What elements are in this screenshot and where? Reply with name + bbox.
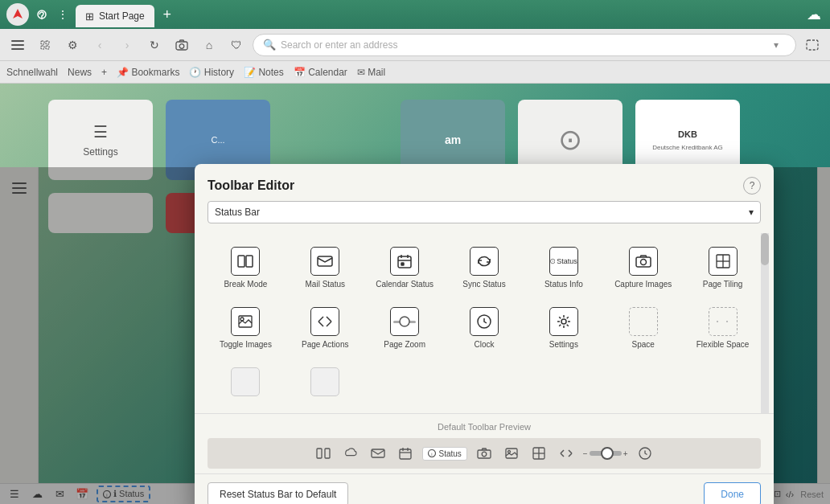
add-tab-button[interactable]: + bbox=[158, 5, 177, 24]
sync-status-icon bbox=[470, 247, 499, 276]
bookmark-mail[interactable]: ✉ Mail bbox=[357, 67, 385, 78]
flexible-space-label: Flexible Space bbox=[696, 339, 750, 350]
svg-rect-22 bbox=[401, 263, 404, 265]
tool-page-actions[interactable]: Page Actions bbox=[287, 300, 364, 357]
svg-rect-45 bbox=[478, 450, 491, 458]
modal-help-button[interactable]: ? bbox=[743, 177, 761, 195]
tool-status-info[interactable]: i Status Status Info bbox=[525, 240, 602, 297]
tool-extra1[interactable] bbox=[208, 360, 284, 407]
extra1-icon bbox=[231, 367, 260, 396]
calendar-status-label: Calendar Status bbox=[376, 279, 433, 289]
address-dropdown[interactable]: ▾ bbox=[766, 35, 786, 55]
dropdown-arrow: ▾ bbox=[749, 207, 754, 218]
toolbar-items-grid: Break Mode Mail Status bbox=[199, 233, 769, 413]
preview-mail bbox=[368, 443, 388, 464]
forward-button[interactable]: › bbox=[116, 34, 138, 56]
panel-toggle-button[interactable] bbox=[801, 34, 824, 56]
address-bar[interactable]: 🔍 Search or enter an address ▾ bbox=[253, 34, 796, 56]
tool-page-tiling[interactable]: Page Tiling bbox=[684, 240, 761, 297]
svg-rect-37 bbox=[325, 449, 330, 458]
flexible-space-icon bbox=[709, 307, 738, 336]
svg-rect-4 bbox=[11, 48, 24, 50]
svg-rect-11 bbox=[807, 40, 818, 50]
tool-mail-status[interactable]: Mail Status bbox=[287, 240, 364, 297]
tab-label: Start Page bbox=[99, 10, 145, 22]
preview-actions bbox=[556, 443, 577, 464]
toolbar-editor-modal: Toolbar Editor ? Status Bar ▾ bbox=[195, 164, 774, 504]
modal-dropdown-row: Status Bar ▾ bbox=[195, 201, 774, 233]
svg-rect-7 bbox=[41, 46, 44, 49]
toolbar-type-dropdown[interactable]: Status Bar ▾ bbox=[208, 201, 761, 223]
svg-point-26 bbox=[640, 260, 646, 265]
svg-rect-2 bbox=[11, 40, 24, 42]
tool-break-mode[interactable]: Break Mode bbox=[208, 240, 284, 297]
dropdown-value: Status Bar bbox=[215, 207, 260, 218]
page-background: ☰ Settings C... am ⊙ DKB Deutsche Kredit… bbox=[0, 84, 830, 504]
start-page-tab[interactable]: ⊞ Start Page bbox=[76, 5, 154, 27]
toolbar-toggle-icon[interactable]: ⋮ bbox=[53, 5, 72, 24]
tool-toggle-images[interactable]: Toggle Images bbox=[208, 300, 284, 357]
bookmark-schnellwahl[interactable]: Schnellwahl bbox=[6, 67, 58, 78]
clock-label: Clock bbox=[474, 339, 494, 350]
tool-flexible-space[interactable]: Flexible Space bbox=[684, 300, 761, 357]
extensions-toolbar-icon[interactable] bbox=[34, 34, 56, 56]
tool-extra2[interactable] bbox=[287, 360, 364, 407]
vivaldi-logo[interactable] bbox=[6, 3, 29, 26]
address-text: Search or enter an address bbox=[281, 39, 762, 51]
svg-point-48 bbox=[507, 451, 510, 453]
reset-button[interactable]: Reset Status Bar to Default bbox=[208, 482, 348, 504]
tool-clock[interactable]: Clock bbox=[446, 300, 523, 357]
page-actions-label: Page Actions bbox=[302, 339, 348, 350]
svg-text:i: i bbox=[432, 452, 433, 457]
home-button[interactable]: ⌂ bbox=[198, 34, 220, 56]
settings-label: Settings bbox=[549, 339, 578, 350]
bookmark-calendar[interactable]: 📅 Calendar bbox=[294, 67, 347, 78]
modal-footer: Reset Status Bar to Default Done bbox=[195, 473, 774, 504]
bookmark-add[interactable]: + bbox=[101, 67, 107, 78]
scrollbar[interactable] bbox=[761, 233, 769, 413]
svg-rect-16 bbox=[246, 256, 253, 267]
svg-text:i: i bbox=[553, 260, 553, 263]
break-mode-label: Break Mode bbox=[224, 279, 267, 289]
tab-bar-extra: ⋮ bbox=[32, 5, 72, 24]
svg-rect-8 bbox=[46, 46, 49, 49]
svg-point-1 bbox=[41, 18, 43, 20]
svg-rect-3 bbox=[11, 44, 24, 46]
preview-status-pill: i Status bbox=[422, 447, 466, 461]
tool-capture-images[interactable]: Capture Images bbox=[605, 240, 681, 297]
preview-sync bbox=[340, 443, 361, 464]
preview-camera bbox=[474, 443, 495, 464]
bookmark-news[interactable]: News bbox=[68, 67, 92, 78]
preview-section: Default Toolbar Preview bbox=[195, 414, 774, 473]
tool-space[interactable]: Space bbox=[605, 300, 681, 357]
tab-icon: ⊞ bbox=[85, 10, 94, 23]
back-button[interactable]: ‹ bbox=[88, 34, 111, 56]
bookmark-history[interactable]: 🕐 History bbox=[189, 67, 234, 78]
tool-settings[interactable]: Settings bbox=[525, 300, 602, 357]
page-actions-icon bbox=[310, 307, 339, 336]
tool-calendar-status[interactable]: Calendar Status bbox=[367, 240, 443, 297]
sidebar-toggle-button[interactable] bbox=[6, 34, 29, 56]
done-button[interactable]: Done bbox=[704, 482, 761, 504]
extensions-icon[interactable] bbox=[32, 5, 51, 24]
tool-sync-status[interactable]: Sync Status bbox=[446, 240, 523, 297]
shield-button[interactable]: 🛡 bbox=[225, 34, 248, 56]
bookmark-bookmarks[interactable]: 📌 Bookmarks bbox=[117, 67, 179, 78]
svg-rect-38 bbox=[372, 449, 384, 457]
scrollbar-thumb[interactable] bbox=[761, 233, 769, 265]
modal-scroll-area: Break Mode Mail Status bbox=[199, 233, 769, 413]
svg-rect-6 bbox=[46, 41, 49, 44]
svg-rect-15 bbox=[238, 256, 244, 267]
bookmark-notes[interactable]: 📝 Notes bbox=[244, 67, 284, 78]
settings-toolbar-icon[interactable]: ⚙ bbox=[61, 34, 84, 56]
sync-icon-cloud[interactable]: ☁ bbox=[804, 5, 824, 24]
svg-point-31 bbox=[240, 318, 244, 321]
tool-page-zoom[interactable]: Page Zoom bbox=[367, 300, 443, 357]
preview-zoom-slider: − + bbox=[583, 449, 628, 458]
break-mode-icon bbox=[231, 247, 260, 276]
screenshot-button[interactable] bbox=[171, 34, 193, 56]
mail-status-label: Mail Status bbox=[306, 279, 345, 289]
reload-button[interactable]: ↻ bbox=[143, 34, 166, 56]
svg-rect-18 bbox=[398, 256, 411, 268]
extra2-icon bbox=[310, 367, 339, 396]
